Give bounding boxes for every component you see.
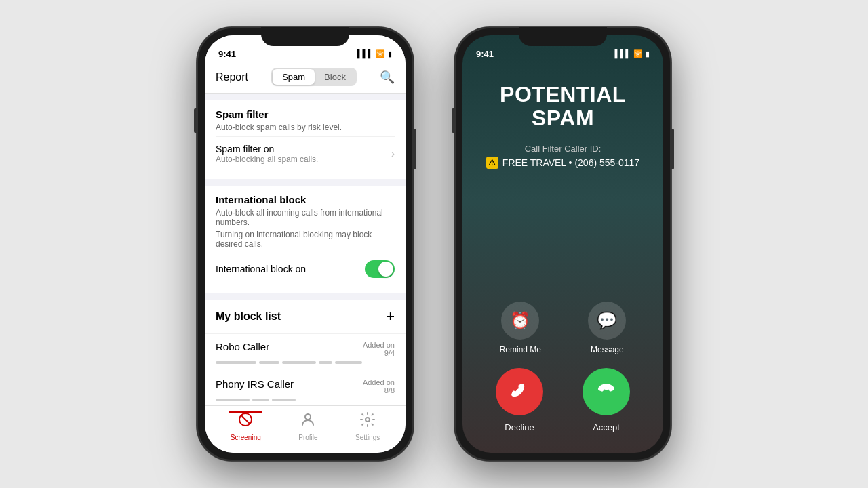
- spam-filter-section: Spam filter Auto-block spam calls by ris…: [205, 100, 406, 179]
- remind-me-action[interactable]: ⏰ Remind Me: [500, 302, 541, 354]
- settings-icon: [359, 411, 376, 432]
- decline-label: Decline: [505, 422, 534, 432]
- block-item-date-1: 8/8: [363, 386, 395, 394]
- notch-1: [261, 27, 349, 46]
- intl-block-note: Turning on international blocking may bl…: [216, 230, 395, 249]
- tab-screening[interactable]: Screening: [231, 411, 261, 441]
- tab-spam[interactable]: Spam: [273, 69, 315, 85]
- svg-line-1: [241, 415, 250, 424]
- block-item-name-0: Robo Caller: [216, 341, 269, 352]
- phone-1-screen: 9:41 ▌▌▌ 🛜 ▮ Report Spam Block 🔍: [205, 35, 406, 453]
- phone-2-screen: 9:41 ▌▌▌ 🛜 ▮ POTENTIAL SPAM Call Filter …: [462, 35, 663, 453]
- status-time-2: 9:41: [476, 49, 494, 59]
- call-actions: ⏰ Remind Me 💬 Message: [476, 302, 650, 354]
- accept-label: Accept: [593, 422, 620, 432]
- phones-container: 9:41 ▌▌▌ 🛜 ▮ Report Spam Block 🔍: [197, 27, 671, 461]
- block-item-date-label-0: Added on: [363, 341, 395, 349]
- intl-block-toggle[interactable]: [365, 260, 395, 278]
- caller-id-info: ⚠ FREE TRAVEL • (206) 555-0117: [486, 157, 639, 169]
- header-tabs[interactable]: Spam Block: [271, 68, 357, 86]
- status-time-1: 9:41: [218, 49, 236, 59]
- battery-icon: ▮: [388, 49, 392, 58]
- screening-icon: [237, 411, 254, 432]
- block-item-name-1: Phony IRS Caller: [216, 378, 294, 390]
- caller-id-text: FREE TRAVEL • (206) 555-0117: [502, 157, 639, 168]
- signal-icon: ▌▌▌: [357, 49, 373, 58]
- tab-active-indicator: [229, 411, 262, 413]
- app-title: Report: [216, 71, 248, 83]
- message-action[interactable]: 💬 Message: [588, 302, 626, 354]
- intl-block-label: International block on: [216, 264, 306, 274]
- add-block-button[interactable]: +: [386, 308, 395, 325]
- spam-filter-title: Spam filter: [216, 108, 395, 120]
- svg-point-2: [305, 414, 311, 420]
- block-item-date-label-1: Added on: [363, 378, 395, 386]
- block-item-bar-0: [216, 361, 395, 364]
- spam-filter-sub: Auto-blocking all spam calls.: [216, 155, 318, 164]
- tab-profile-label: Profile: [298, 434, 317, 441]
- profile-icon: [300, 411, 316, 432]
- block-item-date-0: 9/4: [363, 349, 395, 357]
- block-item-bar-1: [216, 399, 395, 401]
- caller-id-title: Call Filter Caller ID:: [486, 144, 639, 154]
- search-button[interactable]: 🔍: [380, 70, 395, 85]
- app-header: Report Spam Block 🔍: [205, 62, 406, 94]
- intl-block-title: International block: [216, 194, 395, 205]
- svg-point-3: [366, 418, 370, 422]
- message-label: Message: [591, 345, 624, 354]
- intl-block-section: International block Auto-block all incom…: [205, 186, 406, 293]
- spam-header: POTENTIAL SPAM: [476, 83, 650, 130]
- list-item-0[interactable]: Robo Caller Added on 9/4: [205, 333, 406, 371]
- wifi-icon: 🛜: [376, 49, 385, 58]
- intl-block-subtitle: Auto-block all incoming calls from inter…: [216, 208, 395, 227]
- caller-name: FREE TRAVEL: [502, 157, 566, 168]
- list-item-1[interactable]: Phony IRS Caller Added on 8/8: [205, 371, 406, 407]
- caller-number: (206) 555-0117: [574, 157, 639, 168]
- status-icons-2: ▌▌▌ 🛜 ▮: [615, 49, 650, 58]
- tab-screening-label: Screening: [231, 434, 261, 441]
- accept-button[interactable]: Accept: [583, 368, 630, 432]
- caller-id-section: Call Filter Caller ID: ⚠ FREE TRAVEL • (…: [486, 144, 639, 169]
- spam-filter-label: Spam filter on: [216, 144, 318, 155]
- tab-block[interactable]: Block: [315, 69, 355, 85]
- phone-1: 9:41 ▌▌▌ 🛜 ▮ Report Spam Block 🔍: [197, 27, 414, 461]
- intl-block-row[interactable]: International block on: [216, 253, 395, 285]
- call-buttons: Decline Accept: [476, 368, 650, 432]
- tab-profile[interactable]: Profile: [298, 411, 317, 441]
- app-content: Spam filter Auto-block spam calls by ris…: [205, 94, 406, 407]
- decline-button[interactable]: Decline: [496, 368, 543, 432]
- phone-2: 9:41 ▌▌▌ 🛜 ▮ POTENTIAL SPAM Call Filter …: [454, 27, 671, 461]
- remind-me-icon: ⏰: [501, 302, 539, 340]
- warning-icon: ⚠: [486, 157, 498, 169]
- notch-2: [519, 27, 607, 46]
- battery-icon-2: ▮: [646, 49, 650, 58]
- block-list-title: My block list: [216, 310, 281, 323]
- spam-filter-subtitle: Auto-block spam calls by risk level.: [216, 123, 395, 132]
- spam-filter-row[interactable]: Spam filter on Auto-blocking all spam ca…: [216, 136, 395, 171]
- tab-bar: Screening Profile: [205, 405, 406, 453]
- wifi-icon-2: 🛜: [633, 49, 643, 58]
- decline-icon[interactable]: [496, 368, 543, 415]
- message-icon: 💬: [588, 302, 626, 340]
- status-icons-1: ▌▌▌ 🛜 ▮: [357, 49, 392, 58]
- accept-icon[interactable]: [583, 368, 630, 415]
- chevron-icon: ›: [391, 148, 395, 160]
- tab-settings-label: Settings: [355, 434, 380, 441]
- tab-settings[interactable]: Settings: [355, 411, 380, 441]
- signal-icon-2: ▌▌▌: [615, 49, 631, 58]
- call-screen: POTENTIAL SPAM Call Filter Caller ID: ⚠ …: [462, 62, 663, 453]
- remind-me-label: Remind Me: [500, 345, 541, 354]
- block-list-header: My block list +: [205, 300, 406, 333]
